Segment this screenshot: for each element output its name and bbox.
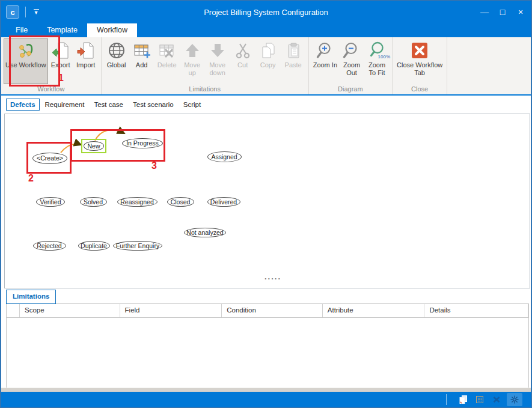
workflow-node-reassigned[interactable]: Reassigned [117,197,157,207]
ribbon-button-label: Export [51,61,70,69]
ribbon-button-label: Copy [260,61,276,69]
ribbon-group-label: Workflow [4,85,99,94]
maximize-button[interactable]: □ [494,1,512,23]
ribbon-button-label: Cut [237,61,248,69]
global-icon [107,41,126,60]
move-up-button: Move up [180,38,205,84]
snowflake-icon[interactable] [507,393,522,406]
ribbon-group-workflow: Use WorkflowExportImportWorkflow [1,37,102,94]
ribbon-group-label: Close [395,85,444,94]
transition-arrow-create-to-new [61,144,81,153]
zoom-out-icon [342,41,361,60]
zoom-in-icon [316,41,335,60]
zoom-to-fit-button[interactable]: 100%Zoom To Fit [364,38,390,84]
workflow-node-not-analyzed[interactable]: Not analyzed [184,228,226,237]
menu-tab-template[interactable]: Template [37,23,87,37]
workflow-node-closed[interactable]: Closed [167,197,194,207]
workflow-node-verified[interactable]: Verified [36,197,65,207]
ribbon-group-label: Diagram [311,85,390,94]
zoom-out-button[interactable]: Zoom Out [339,38,364,84]
column-header-attribute[interactable]: Attribute [323,304,425,317]
close-tab-icon [410,41,429,60]
ribbon-button-label: Use Workflow [5,61,46,69]
ribbon-button-label: Zoom In [313,61,337,69]
limitations-table-body [7,318,528,388]
zoom-in-button[interactable]: Zoom In [311,38,339,84]
workflow-node-duplicate[interactable]: Duplicate [78,241,110,251]
limitations-table: ScopeFieldConditionAttributeDetails [6,303,529,388]
workflow-node-delivered[interactable]: Delivered [207,197,240,207]
document-tabstrip: DefectsRequirementTest caseTest scenario… [1,96,531,114]
delete-table-icon [157,41,177,60]
copy-icon [258,41,278,60]
workflow-node-new[interactable]: New [84,141,104,151]
ribbon-button-label: Close Workflow Tab [397,61,442,77]
workflow-node-in-progress[interactable]: In Progress [122,138,163,148]
app-window: c ▾ Project Billing System Configuration… [0,0,532,408]
ribbon-group-limitations: GlobalAddDeleteMove upMove downCutCopyPa… [102,37,309,94]
workflow-node-rejected[interactable]: Rejected [33,241,66,251]
move-up-icon [183,41,202,60]
menu-tab-file[interactable]: File [6,23,37,37]
menu-tab-workflow[interactable]: Workflow [87,23,137,37]
workflow-node-assigned[interactable]: Assigned [207,151,242,162]
column-header-row-selector[interactable] [7,304,20,317]
statusbar-divider [1,388,531,392]
tab-limitations[interactable]: Limitations [6,290,56,304]
copy-button: Copy [255,38,281,84]
ribbon-button-label: Zoom Out [343,61,360,77]
window-title: Project Billing System Configuration [1,8,531,17]
selection-grid-icon[interactable] [473,394,486,406]
statusbar-separator [446,394,447,405]
use-workflow-button[interactable]: Use Workflow [4,38,48,84]
zoom-level-badge: 100% [378,54,390,59]
doc-tab-script[interactable]: Script [179,99,205,111]
status-bar [1,392,531,407]
ellipsis-indicator: ..... [264,272,281,281]
close-workflow-tab-button[interactable]: Close Workflow Tab [395,38,444,84]
cut-button: Cut [230,38,255,84]
minimize-button[interactable]: — [475,1,494,23]
ribbon-button-label: Global [107,61,126,69]
ribbon-button-label: Delete [157,61,177,69]
paste-icon [284,41,303,60]
menu-bar: FileTemplateWorkflow [1,23,531,37]
column-header-condition[interactable]: Condition [222,304,323,317]
limitations-table-header: ScopeFieldConditionAttributeDetails [7,304,528,318]
titlebar: c ▾ Project Billing System Configuration… [1,1,531,23]
add-table-icon [132,41,151,60]
doc-tab-test-case[interactable]: Test case [90,99,127,111]
cut-icon [233,41,252,60]
ribbon-group-diagram: Zoom InZoom Out100%Zoom To FitDiagram [309,37,393,94]
global-button[interactable]: Global [104,38,129,84]
ribbon-group-label: Limitations [104,85,306,94]
doc-tab-requirement[interactable]: Requirement [41,99,89,111]
export-button[interactable]: Export [48,38,73,84]
ribbon-button-label: Zoom To Fit [368,61,385,77]
column-header-scope[interactable]: Scope [20,304,120,317]
add-button[interactable]: Add [129,38,154,84]
ribbon-button-label: Move down [209,61,225,77]
column-header-field[interactable]: Field [120,304,222,317]
doc-tab-defects[interactable]: Defects [6,99,40,111]
move-down-icon [208,41,227,60]
cancel-x-icon[interactable] [490,394,503,406]
ribbon-group-close: Close Workflow TabClose [393,37,447,94]
ribbon-button-label: Paste [285,61,302,69]
column-header-details[interactable]: Details [424,304,528,317]
workflow-diagram-canvas[interactable]: <Create>NewIn ProgressAssignedVerifiedSo… [4,114,530,288]
ribbon: Use WorkflowExportImportWorkflowGlobalAd… [1,37,531,94]
import-button[interactable]: Import [73,38,99,84]
use-workflow-icon [16,41,35,60]
workflow-node-further-enquiry[interactable]: Further Enquiry [113,241,162,251]
zoom-to-fit-icon: 100% [367,41,387,60]
delete-button: Delete [154,38,180,84]
ribbon-button-label: Add [136,61,148,69]
workflow-node-create[interactable]: <Create> [32,153,67,164]
workflow-node-solved[interactable]: Solved [80,197,107,207]
import-icon [76,41,96,60]
close-button[interactable]: × [512,1,530,23]
doc-tab-test-scenario[interactable]: Test scenario [129,99,178,111]
pages-icon[interactable] [456,394,469,406]
move-down-button: Move down [205,38,230,84]
